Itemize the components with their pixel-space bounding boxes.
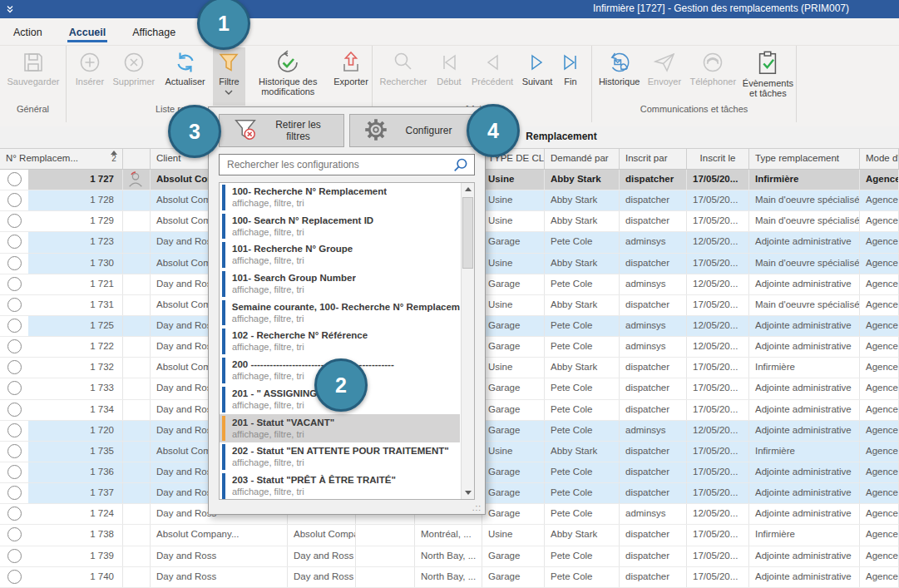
events-tasks-button[interactable]: Évènements et tâches bbox=[740, 47, 796, 106]
cell-mode: Agence bbox=[860, 337, 899, 357]
radio-circle[interactable] bbox=[7, 444, 22, 458]
config-item[interactable]: 201 - Statut "VACANT"affichage, filtre, … bbox=[220, 414, 460, 443]
delete-button[interactable]: Supprimer bbox=[110, 47, 158, 106]
cell-inscrit_le: 12/05/20... bbox=[687, 337, 749, 357]
radio-circle[interactable] bbox=[7, 277, 22, 291]
scroll-up-button[interactable] bbox=[462, 183, 474, 196]
config-item[interactable]: 102 - Recherche N° Référenceaffichage, f… bbox=[220, 327, 460, 356]
tab-action[interactable]: Action bbox=[12, 22, 44, 42]
row-radio[interactable] bbox=[0, 504, 28, 524]
row-radio[interactable] bbox=[0, 483, 28, 503]
radio-circle[interactable] bbox=[7, 506, 22, 521]
cell-demande_par: Abby Stark bbox=[545, 442, 620, 462]
column-header-inscrit_par[interactable]: Inscrit par bbox=[620, 149, 687, 169]
modification-history-button[interactable]: Historique des modifications bbox=[245, 47, 330, 106]
row-radio[interactable] bbox=[0, 358, 28, 378]
radio-circle[interactable] bbox=[7, 570, 22, 584]
save-button[interactable]: Sauvegarder bbox=[3, 47, 63, 106]
radio-circle[interactable] bbox=[7, 339, 22, 353]
config-subtitle: affichage, filtre, tri bbox=[232, 371, 394, 382]
quick-access-icon[interactable] bbox=[5, 4, 15, 14]
insert-button[interactable]: Insérer bbox=[70, 47, 110, 106]
configure-button[interactable]: Configurer bbox=[349, 114, 475, 147]
previous-button[interactable]: Précédent bbox=[467, 47, 517, 106]
cell-mode: Agence bbox=[860, 358, 899, 378]
column-header-mode[interactable]: Mode d'as bbox=[860, 149, 899, 169]
config-search-input[interactable] bbox=[220, 155, 474, 175]
radio-circle[interactable] bbox=[7, 298, 22, 312]
radio-circle[interactable] bbox=[7, 193, 22, 207]
table-row[interactable]: 1 739Day and RossDay and RossNorth Bay, … bbox=[0, 546, 899, 567]
remove-filters-button[interactable]: Retirer les filtres bbox=[219, 114, 344, 147]
scroll-down-button[interactable] bbox=[462, 486, 474, 499]
radio-circle[interactable] bbox=[7, 172, 22, 186]
phone-button[interactable]: Téléphoner bbox=[686, 47, 740, 106]
last-button[interactable]: Fin bbox=[557, 47, 584, 106]
resize-grip[interactable]: .:: bbox=[472, 503, 482, 512]
config-item[interactable]: 203 - Statut "PRÊT À ÊTRE TRAITÉ"afficha… bbox=[220, 472, 460, 500]
export-button[interactable]: Exporter bbox=[330, 47, 372, 106]
row-radio[interactable] bbox=[0, 211, 28, 231]
radio-circle[interactable] bbox=[7, 381, 22, 395]
config-list-scrollbar[interactable] bbox=[461, 183, 474, 499]
row-radio[interactable] bbox=[0, 274, 28, 294]
first-icon bbox=[437, 47, 462, 75]
table-row[interactable]: 1 738Absolut Company...Absolut Compa...M… bbox=[0, 525, 899, 546]
radio-circle[interactable] bbox=[7, 486, 22, 500]
column-header-demande_par[interactable]: Demandé par bbox=[545, 149, 620, 169]
config-item[interactable]: 100- Search N° Replacement IDaffichage, … bbox=[220, 212, 460, 241]
row-radio[interactable] bbox=[0, 421, 28, 441]
cell-demande_par: Pete Cole bbox=[545, 567, 620, 587]
config-item[interactable]: 101- Search Group Numberaffichage, filtr… bbox=[220, 269, 460, 299]
row-radio[interactable] bbox=[0, 378, 28, 398]
filter-button[interactable]: Filtre bbox=[213, 47, 246, 106]
row-radio[interactable] bbox=[0, 190, 28, 210]
row-radio[interactable] bbox=[0, 546, 28, 566]
cell-num: 1 733 bbox=[28, 378, 123, 398]
row-radio[interactable] bbox=[0, 170, 28, 190]
radio-circle[interactable] bbox=[7, 214, 22, 228]
row-radio[interactable] bbox=[0, 400, 28, 420]
cell-num: 1 727 bbox=[28, 170, 123, 190]
row-radio[interactable] bbox=[0, 567, 28, 587]
send-button[interactable]: Envoyer bbox=[643, 47, 685, 106]
column-header-inscrit_le[interactable]: Inscrit le bbox=[687, 149, 749, 169]
config-item[interactable]: 101- Recherche N° Groupeaffichage, filtr… bbox=[220, 240, 460, 269]
radio-circle[interactable] bbox=[7, 549, 22, 563]
tab-accueil[interactable]: Accueil bbox=[67, 22, 107, 42]
refresh-button[interactable]: Actualiser bbox=[158, 47, 213, 106]
column-header-empty[interactable] bbox=[123, 149, 151, 169]
radio-circle[interactable] bbox=[7, 360, 22, 374]
config-item[interactable]: Semaine courante, 100- Recherche N° Remp… bbox=[220, 299, 460, 328]
table-row[interactable]: 1 740Day and RossDay and RossNorth Bay, … bbox=[0, 567, 899, 588]
radio-circle[interactable] bbox=[7, 423, 22, 437]
scrollbar-thumb[interactable] bbox=[462, 197, 473, 269]
row-radio[interactable] bbox=[0, 295, 28, 315]
cell-inscrit_par: dispatcher bbox=[620, 190, 687, 210]
column-header-type_rempl[interactable]: Type remplacement bbox=[749, 149, 860, 169]
row-radio[interactable] bbox=[0, 462, 28, 482]
cell-type_rempl: Adjointe administrative bbox=[749, 462, 860, 482]
radio-circle[interactable] bbox=[7, 403, 22, 417]
history-button[interactable]: Historique bbox=[595, 47, 643, 106]
row-radio[interactable] bbox=[0, 254, 28, 274]
next-button[interactable]: Suivant bbox=[517, 47, 557, 106]
radio-circle[interactable] bbox=[7, 256, 22, 270]
cell-inscrit_le: 17/05/20... bbox=[687, 211, 749, 231]
config-item[interactable]: 100- Recherche N° Remplacementaffichage,… bbox=[220, 183, 460, 212]
radio-circle[interactable] bbox=[7, 235, 22, 249]
radio-circle[interactable] bbox=[7, 319, 22, 333]
row-radio[interactable] bbox=[0, 337, 28, 357]
radio-circle[interactable] bbox=[7, 527, 22, 541]
column-header-num[interactable]: N° Remplacem...2 bbox=[0, 149, 123, 169]
tab-affichage[interactable]: Affichage bbox=[131, 22, 177, 42]
last-icon bbox=[558, 47, 583, 75]
search-button[interactable]: Rechercher bbox=[376, 47, 431, 106]
config-item[interactable]: 202 - Statut "EN ATTENTE POUR TRAITEMENT… bbox=[220, 442, 460, 472]
radio-circle[interactable] bbox=[7, 465, 22, 479]
row-radio[interactable] bbox=[0, 232, 28, 252]
first-button[interactable]: Début bbox=[431, 47, 467, 106]
row-radio[interactable] bbox=[0, 442, 28, 462]
row-radio[interactable] bbox=[0, 525, 28, 545]
row-radio[interactable] bbox=[0, 316, 28, 336]
